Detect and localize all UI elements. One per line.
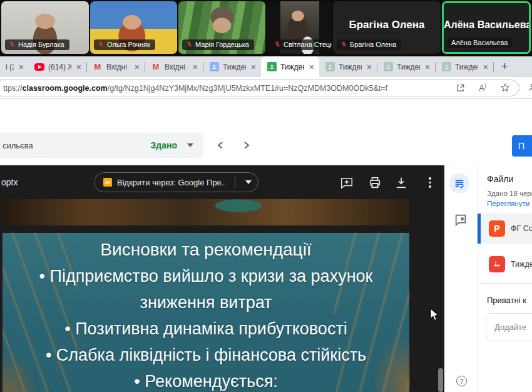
participant-nametag: Світлана Стецюк — [270, 39, 332, 50]
slide-bullet: • Слабка ліквідність і фінансова стійкіс… — [21, 342, 391, 368]
participant-display-name: Алёна Васильева — [444, 19, 529, 31]
tab-close-icon[interactable]: × — [424, 62, 431, 72]
chevron-right-icon — [243, 141, 250, 150]
open-with-label: Відкрити через: Google Пре... — [117, 178, 225, 187]
tab-label: Тижден — [397, 63, 420, 71]
address-bar-icons: A) — [456, 83, 514, 93]
file-viewer: optx Відкрити через: Google Пре... Висно… — [0, 165, 444, 392]
participant-tile[interactable]: Брагіна Олена Брагіна Олена — [333, 1, 441, 54]
meeting-strip: Надія Бурлака Ольга Рочняк Марія Гордець… — [0, 0, 532, 56]
tab-close-icon[interactable]: × — [308, 62, 315, 72]
address-bar[interactable]: https://classroom.google.com/g/tg/Nzg1Nj… — [0, 80, 519, 96]
youtube-icon — [34, 62, 44, 72]
read-aloud-icon[interactable]: A) — [479, 83, 486, 93]
google-slides-icon — [103, 178, 112, 187]
more-options-icon[interactable] — [423, 176, 437, 190]
tab-partial[interactable]: і (2 × — [0, 56, 29, 77]
classroom-icon — [267, 62, 277, 72]
file-item-selected[interactable]: P ФГ Сон — [478, 214, 532, 244]
chevron-left-icon — [217, 141, 224, 150]
participant-tile[interactable]: Надія Бурлака — [1, 1, 89, 54]
tab-label: і (2 — [6, 63, 14, 71]
next-student-button[interactable] — [238, 137, 255, 154]
help-icon[interactable]: ? — [456, 376, 467, 386]
tab-classroom[interactable]: Тижден × — [203, 56, 261, 77]
tab-close-icon[interactable]: × — [18, 62, 25, 72]
status-badge: Здано — [151, 140, 177, 150]
slide-title: Висновки та рекомендації — [21, 237, 391, 263]
divider — [235, 176, 235, 188]
add-comment-icon[interactable] — [340, 176, 354, 190]
slide-bullet: • Рекомендується: — [21, 368, 391, 392]
download-icon[interactable] — [394, 176, 408, 190]
chevron-down-icon[interactable] — [187, 143, 193, 147]
classroom-icon — [441, 62, 451, 72]
url-host: classroom.google.com — [23, 84, 108, 93]
new-tab-button[interactable]: + — [501, 60, 508, 73]
file-item-name: ФГ Сон — [511, 224, 532, 233]
mic-off-icon — [98, 41, 105, 48]
participant-tile[interactable]: Марія Гордецька — [178, 1, 265, 54]
url-path: /g/tg/Nzg1Njg4NzY3MjMx/Nzg3MjU5MzkxMTE1#… — [108, 84, 387, 93]
tab-close-icon[interactable]: × — [192, 62, 199, 72]
divider — [481, 283, 532, 284]
print-icon[interactable] — [368, 176, 382, 190]
tab-close-icon[interactable]: × — [366, 62, 373, 72]
files-title: Файли — [487, 174, 513, 184]
screen: Надія Бурлака Ольга Рочняк Марія Гордець… — [0, 0, 532, 392]
tab-close-icon[interactable]: × — [482, 62, 489, 72]
favorite-star-icon[interactable] — [500, 83, 510, 93]
gmail-icon: M — [93, 62, 103, 72]
browser-url-row: https://classroom.google.com/g/tg/Nzg1Nj… — [0, 77, 532, 99]
powerpoint-file-icon: P — [489, 220, 505, 237]
profile-icon[interactable] — [528, 82, 532, 92]
tab-classroom[interactable]: Тижден × — [377, 56, 435, 77]
history-link[interactable]: Переглянути і — [487, 200, 532, 207]
gmail-icon: M — [151, 62, 161, 72]
participant-name: Ольга Рочняк — [107, 41, 150, 48]
tab-classroom[interactable]: Тижден × — [436, 56, 493, 77]
tab-label: Вхідні (1 — [106, 63, 130, 71]
open-with-button[interactable]: Відкрити через: Google Пре... — [94, 172, 258, 192]
prev-student-button[interactable] — [212, 137, 229, 154]
tab-classroom-active[interactable]: Тижден × — [261, 56, 319, 77]
tab-youtube[interactable]: (614) Ж × — [29, 56, 86, 77]
current-slide[interactable]: Висновки та рекомендації • Підприємство … — [3, 233, 409, 392]
classroom-icon — [325, 62, 335, 72]
file-item[interactable]: Тижде — [478, 249, 532, 279]
tab-close-icon[interactable]: × — [250, 62, 257, 72]
tab-close-icon[interactable]: × — [133, 62, 141, 72]
viewer-scrollbar-thumb[interactable] — [438, 368, 443, 392]
viewer-toolbar: optx Відкрити через: Google Пре... — [0, 165, 444, 199]
tab-label: (614) Ж — [48, 63, 71, 71]
chevron-down-icon[interactable] — [245, 180, 252, 184]
participant-nametag: Ольга Рочняк — [94, 39, 155, 50]
tab-label: Тижден — [455, 63, 478, 71]
participant-tile[interactable]: Ольга Рочняк — [90, 1, 177, 54]
comment-icon[interactable] — [454, 213, 468, 227]
return-button[interactable]: П — [512, 135, 532, 157]
participant-tile-active-speaker[interactable]: Алёна Васильева Алёна Васильева — [442, 1, 531, 54]
participant-nametag: Надія Бурлака — [5, 39, 69, 50]
private-comment-input[interactable] — [486, 313, 532, 341]
file-name: optx — [1, 177, 18, 187]
participant-display-name: Брагіна Олена — [333, 19, 441, 31]
tab-gmail[interactable]: M Вхідні (1 × — [87, 56, 145, 77]
grading-icon[interactable] — [449, 173, 469, 193]
url-scheme: https:// — [3, 84, 23, 93]
participant-name: Марія Гордецька — [195, 41, 249, 48]
participant-name: Світлана Стецюк — [284, 41, 332, 48]
participant-nametag: Алёна Васильева — [448, 38, 513, 48]
participant-nametag: Брагіна Олена — [337, 39, 401, 50]
participant-name: Алёна Васильева — [451, 39, 508, 46]
sidebar-content: Файли Здано 18 черв Переглянути і P ФГ С… — [477, 165, 532, 392]
slide-bullet: • Позитивна динаміка прибутковості — [21, 316, 391, 342]
tab-label: Тижден — [223, 63, 246, 71]
tab-classroom[interactable]: Тижден × — [319, 56, 377, 77]
private-comments-title: Приватні к — [487, 296, 526, 305]
tab-gmail[interactable]: M Вхідні (3 × — [145, 56, 203, 77]
classroom-icon — [209, 62, 219, 72]
participant-tile[interactable]: Світлана Стецюк — [267, 1, 332, 54]
open-external-icon[interactable] — [456, 83, 465, 93]
tab-close-icon[interactable]: × — [75, 62, 83, 72]
